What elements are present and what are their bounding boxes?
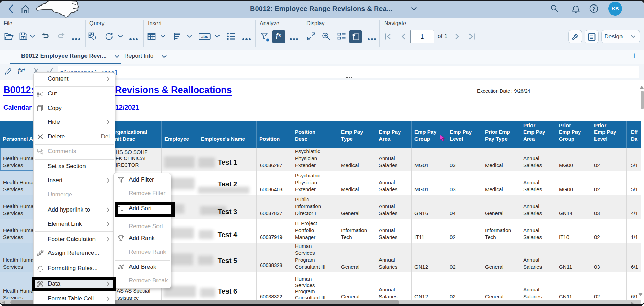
svg-text:?: ? — [592, 6, 595, 12]
svg-text:abc: abc — [201, 34, 208, 39]
